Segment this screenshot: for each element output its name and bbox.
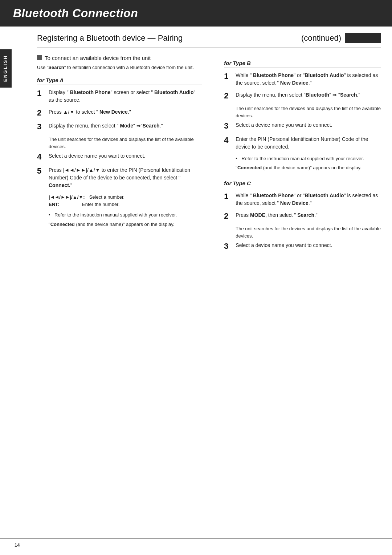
typeA-step3-note: The unit searches for the devices and di… (49, 136, 202, 150)
typeC-step1: 1 While " Bluetooth Phone" or "Bluetooth… (224, 192, 381, 207)
two-col-layout: To connect an available device from the … (37, 54, 381, 256)
typeB-step4: 4 Enter the PIN (Personal Identification… (224, 135, 381, 151)
typeB-connected-note: "Connected (and the device name)" appear… (236, 164, 381, 171)
step-number: 3 (224, 242, 232, 251)
step-number: 3 (37, 122, 45, 131)
step-text: While " Bluetooth Phone" or "Bluetooth A… (236, 192, 381, 207)
key-row: |◄◄/►►|/▲/▼: Select a number. (49, 194, 202, 201)
typeC-step2-note: The unit searches for the devices and di… (236, 225, 381, 239)
footer-line (0, 538, 392, 539)
page-wrapper: Bluetooth Connection ENGLISH Registering… (0, 0, 392, 555)
typeB-step1: 1 While " Bluetooth Phone" or "Bluetooth… (224, 72, 381, 87)
content-area: Registering a Bluetooth device — Pairing… (0, 27, 392, 256)
section-heading-continued: (continued) (301, 33, 341, 43)
header-banner: Bluetooth Connection (0, 0, 392, 27)
page-footer: 14 (15, 542, 20, 548)
english-tab: ENGLISH (0, 49, 12, 88)
typeB-step2-note: The unit searches for the devices and di… (236, 105, 381, 119)
key-table: |◄◄/►►|/▲/▼: Select a number. ENT: Enter… (49, 194, 202, 209)
step-text: Display " Bluetooth Phone" screen or sel… (49, 89, 202, 104)
col-right: for Type B 1 While " Bluetooth Phone" or… (213, 54, 381, 256)
step-number: 1 (224, 72, 232, 81)
step-text: Select a device name you want to connect… (49, 152, 202, 160)
typeB-bullet: • Refer to the instruction manual suppli… (236, 155, 381, 162)
typeC-step2: 2 Press MODE, then select " Search." (224, 211, 381, 221)
step-number: 5 (37, 166, 45, 176)
typeA-step2: 2 Press ▲/▼ to select " New Device." (37, 108, 202, 118)
typeA-step1: 1 Display " Bluetooth Phone" screen or s… (37, 89, 202, 104)
step-text: While " Bluetooth Phone" or "Bluetooth A… (236, 72, 381, 87)
bullet-dot-icon: • (49, 211, 52, 219)
key-desc: Enter the number. (82, 201, 202, 208)
key-name: |◄◄/►►|/▲/▼: (49, 194, 85, 201)
page-title: Bluetooth Connection (13, 7, 138, 20)
main-content: Registering a Bluetooth device — Pairing… (26, 27, 392, 256)
typeC-header: for Type C (224, 180, 381, 188)
connect-intro-desc: Use "Search" to establish connection wit… (37, 64, 202, 71)
step-number: 3 (224, 121, 232, 131)
step-text: Enter the PIN (Personal Identification N… (236, 135, 381, 151)
step-text: Press MODE, then select " Search." (236, 211, 381, 219)
section-heading-text: Registering a Bluetooth device — Pairing (37, 33, 298, 43)
connect-intro-title: To connect an available device from the … (45, 54, 151, 62)
bullet-dot-icon: • (236, 155, 239, 162)
typeA-step5: 5 Press |◄◄/►►|/▲/▼ to enter the PIN (Pe… (37, 166, 202, 189)
step-number: 2 (224, 211, 232, 221)
key-row: ENT: Enter the number. (49, 201, 202, 208)
key-desc: Select a number. (89, 194, 202, 201)
step-text: Select a device name you want to connect… (236, 121, 381, 129)
step-text: Display the menu, then select " Mode" ⇒"… (49, 122, 202, 130)
key-name: ENT: (49, 201, 78, 208)
connect-intro-header: To connect an available device from the … (37, 54, 202, 62)
typeB-step2: 2 Display the menu, then select "Bluetoo… (224, 91, 381, 101)
step-text: Display the menu, then select "Bluetooth… (236, 91, 381, 99)
typeC-step3: 3 Select a device name you want to conne… (224, 242, 381, 251)
section-heading-bar (345, 33, 381, 43)
typeA-step4: 4 Select a device name you want to conne… (37, 152, 202, 162)
typeB-step3: 3 Select a device name you want to conne… (224, 121, 381, 131)
step-number: 1 (224, 192, 232, 201)
typeA-step3: 3 Display the menu, then select " Mode" … (37, 122, 202, 131)
step-number: 4 (37, 152, 45, 162)
typeA-bullet: • Refer to the instruction manual suppli… (49, 211, 202, 219)
col-left: To connect an available device from the … (37, 54, 213, 256)
bullet-text: Refer to the instruction manual supplied… (54, 211, 177, 219)
typeB-header: for Type B (224, 60, 381, 68)
bullet-text: Refer to the instruction manual supplied… (241, 155, 364, 162)
step-text: Select a device name you want to connect… (236, 242, 381, 249)
step-number: 4 (224, 135, 232, 145)
step-number: 1 (37, 89, 45, 98)
step-number: 2 (37, 108, 45, 118)
square-bullet-icon (37, 55, 42, 60)
section-heading: Registering a Bluetooth device — Pairing… (37, 27, 381, 48)
typeA-connected-note: "Connected (and the device name)" appear… (49, 221, 202, 228)
step-text: Press |◄◄/►►|/▲/▼ to enter the PIN (Pers… (49, 166, 202, 189)
typeA-header: for Type A (37, 77, 202, 85)
step-text: Press ▲/▼ to select " New Device." (49, 108, 202, 116)
connect-intro: To connect an available device from the … (37, 54, 202, 71)
step-number: 2 (224, 91, 232, 101)
